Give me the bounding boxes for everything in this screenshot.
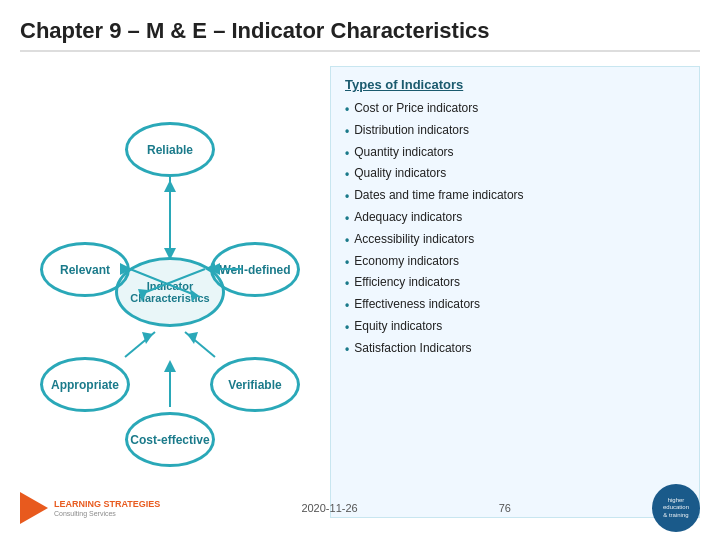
oval-appropriate: Appropriate [40,357,130,412]
list-item: •Quality indicators [345,165,685,183]
bullet-icon: • [345,123,349,140]
diagram-area: Indicator Characteristics Reliable Relev… [20,66,320,518]
page-title: Chapter 9 – M & E – Indicator Characteri… [20,18,700,52]
indicator-label: Economy indicators [354,253,459,270]
bullet-icon: • [345,232,349,249]
oval-reliable: Reliable [125,122,215,177]
bullet-icon: • [345,188,349,205]
list-item: •Effectiveness indicators [345,296,685,314]
page: Chapter 9 – M & E – Indicator Characteri… [0,0,720,540]
footer-page: 76 [499,502,511,514]
center-label: Indicator Characteristics [130,280,210,304]
indicators-panel: Types of Indicators •Cost or Price indic… [330,66,700,518]
list-item: •Satisfaction Indicators [345,340,685,358]
indicator-label: Effectiveness indicators [354,296,480,313]
oval-relevant: Relevant [40,242,130,297]
diagram-container: Indicator Characteristics Reliable Relev… [30,112,310,472]
indicator-label: Distribution indicators [354,122,469,139]
oval-well-defined-label: Well-defined [219,263,290,277]
list-item: •Adequacy indicators [345,209,685,227]
indicator-label: Adequacy indicators [354,209,462,226]
bullet-icon: • [345,319,349,336]
footer-badge: highereducation& training [652,484,700,532]
content-area: Indicator Characteristics Reliable Relev… [20,66,700,518]
list-item: •Accessibility indicators [345,231,685,249]
bullet-icon: • [345,297,349,314]
oval-verifiable-label: Verifiable [228,378,281,392]
list-item: •Efficiency indicators [345,274,685,292]
svg-line-13 [185,332,215,357]
logo-triangle-icon [20,492,48,524]
footer-logo: LEARNING STRATEGIES Consulting Services [20,492,160,524]
svg-marker-12 [142,332,153,344]
bullet-icon: • [345,166,349,183]
oval-center: Indicator Characteristics [115,257,225,327]
oval-appropriate-label: Appropriate [51,378,119,392]
list-item: •Cost or Price indicators [345,100,685,118]
logo-subtitle: Consulting Services [54,510,160,517]
indicator-label: Satisfaction Indicators [354,340,471,357]
indicator-label: Quality indicators [354,165,446,182]
list-item: •Quantity indicators [345,144,685,162]
oval-cost-effective-label: Cost-effective [130,433,209,447]
oval-relevant-label: Relevant [60,263,110,277]
indicator-label: Quantity indicators [354,144,453,161]
svg-marker-0 [164,180,176,192]
indicator-label: Equity indicators [354,318,442,335]
logo-text-block: LEARNING STRATEGIES Consulting Services [54,499,160,518]
oval-cost-effective: Cost-effective [125,412,215,467]
footer-date: 2020-11-26 [301,502,357,514]
list-item: •Equity indicators [345,318,685,336]
indicator-label: Cost or Price indicators [354,100,478,117]
logo-name: LEARNING STRATEGIES [54,499,160,511]
indicator-label: Efficiency indicators [354,274,460,291]
bullet-icon: • [345,210,349,227]
svg-marker-16 [164,360,176,372]
oval-reliable-label: Reliable [147,143,193,157]
oval-verifiable: Verifiable [210,357,300,412]
badge-text: highereducation& training [661,495,691,521]
bullet-icon: • [345,341,349,358]
indicators-title: Types of Indicators [345,77,685,92]
bullet-icon: • [345,254,349,271]
bullet-icon: • [345,275,349,292]
svg-line-11 [125,332,155,357]
footer: LEARNING STRATEGIES Consulting Services … [20,484,700,532]
list-item: •Economy indicators [345,253,685,271]
indicators-list: •Cost or Price indicators•Distribution i… [345,100,685,358]
list-item: •Dates and time frame indicators [345,187,685,205]
bullet-icon: • [345,145,349,162]
list-item: •Distribution indicators [345,122,685,140]
indicator-label: Dates and time frame indicators [354,187,523,204]
oval-well-defined: Well-defined [210,242,300,297]
bullet-icon: • [345,101,349,118]
indicator-label: Accessibility indicators [354,231,474,248]
svg-marker-14 [187,332,198,344]
